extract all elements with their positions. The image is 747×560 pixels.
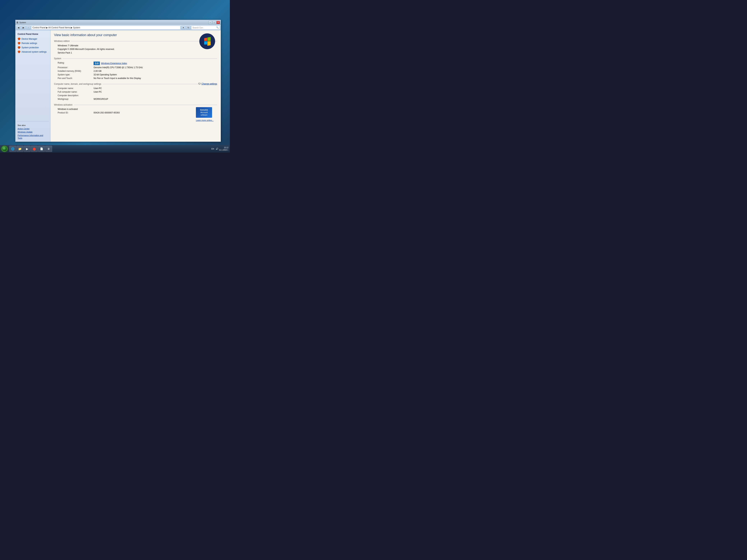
- maximize-button[interactable]: □: [212, 21, 216, 24]
- system-divider: [63, 58, 217, 59]
- system-info: Rating: 3.0 Windows Experience Index Pro…: [54, 61, 217, 80]
- system-type-row: System type: 32-bit Operating System: [58, 73, 217, 76]
- tray-clock: 15:12 11.1.2022 г.: [219, 146, 228, 151]
- sidebar-label-system-protection: System protection: [22, 46, 39, 49]
- rating-badge: 3.0 Windows Experience Index: [94, 61, 127, 65]
- refresh-button[interactable]: ↻: [186, 26, 190, 30]
- chrome-icon: ⬤: [33, 147, 36, 151]
- system-type-label: System type:: [58, 73, 94, 76]
- section-header-edition: Windows edition: [54, 40, 217, 42]
- processor-value: Genuine Intel(R) CPU T2080 @ 1.73GHz 1.7…: [94, 66, 143, 69]
- section-header-system: System: [54, 57, 217, 60]
- media-icon: ▶: [26, 147, 28, 151]
- sidebar-label-advanced-settings: Advanced system settings: [22, 51, 47, 53]
- titlebar-buttons: ─ □ ✕: [208, 21, 220, 24]
- computer-name-section: Computer name, domain, and workgroup set…: [54, 83, 217, 100]
- product-id-label: Product ID:: [58, 111, 94, 114]
- pen-row: Pen and Touch: No Pen or Touch Input is …: [58, 77, 217, 80]
- performance-link-text: Performance Information and Tools: [18, 134, 43, 139]
- section-header-activation: Windows activation: [54, 104, 217, 106]
- activation-info: Windows is activated Product ID: 00426-2…: [54, 108, 217, 114]
- taskbar-app2-button[interactable]: 🖥: [45, 146, 52, 152]
- ram-label: Installed memory (RAM):: [58, 70, 94, 72]
- address-path[interactable]: Control Panel ▶ All Control Panel Items …: [31, 26, 180, 30]
- search-placeholder: Search Con :: [192, 27, 204, 29]
- description-row: Computer description:: [58, 94, 217, 97]
- product-id-value: 00426-292-0000007-85393: [94, 111, 120, 114]
- addressbar: ◀ ▶ ↑ Control Panel ▶ All Control Panel …: [16, 25, 221, 30]
- genuine-line2: Microsoft: [198, 111, 210, 114]
- system-section: System Rating: 3.0 Windows Experience In…: [54, 57, 217, 80]
- sidebar-item-device-manager[interactable]: Device Manager: [16, 37, 50, 41]
- learn-more-container: Learn more online...: [196, 118, 213, 122]
- dropdown-button[interactable]: ▾: [181, 26, 185, 30]
- sidebar-item-remote-settings[interactable]: Remote settings: [16, 41, 50, 46]
- forward-button[interactable]: ▶: [21, 26, 26, 30]
- genuine-line1: Genuine: [198, 109, 210, 111]
- ram-value: 2,00 GB: [94, 70, 101, 72]
- change-settings-link[interactable]: Change settings: [202, 83, 217, 85]
- up-button[interactable]: ↑: [26, 26, 30, 30]
- clock-time: 15:12: [219, 146, 228, 149]
- computername-info: Computer name: User-PC Full computer nam…: [54, 87, 217, 100]
- taskbar: 🌐 📁 ▶ ⬤ 📄 🖥 EN 🔊 15:12 11.1.2022 г.: [0, 145, 230, 153]
- shield-icon-advanced: [18, 50, 21, 53]
- back-button[interactable]: ◀: [16, 26, 21, 30]
- service-pack-text: Service Pack 1: [58, 52, 72, 54]
- window-icon: 🖥: [16, 21, 19, 24]
- taskbar-chrome-button[interactable]: ⬤: [31, 146, 38, 152]
- window-title: System: [19, 21, 26, 24]
- learn-more-link[interactable]: Learn more online...: [196, 119, 213, 121]
- titlebar-left: 🖥 System: [16, 21, 26, 24]
- change-settings-container: 🛡 Change settings: [198, 82, 217, 85]
- system-type-value: 32-bit Operating System: [94, 73, 117, 76]
- activation-section-label: Windows activation: [54, 104, 73, 106]
- full-name-row: Full computer name: User-PC: [58, 91, 217, 93]
- rating-row: Rating: 3.0 Windows Experience Index: [58, 61, 217, 65]
- taskbar-ie-button[interactable]: 🌐: [9, 146, 16, 152]
- tray-lang: EN: [211, 148, 215, 150]
- app1-icon: 📄: [40, 148, 43, 150]
- workgroup-value: WORKGROUP: [94, 98, 108, 100]
- full-name-label: Full computer name:: [58, 91, 94, 93]
- rating-number: 3.0: [94, 61, 100, 65]
- shield-icon-remote: [18, 42, 21, 45]
- computer-name-row: Computer name: User-PC: [58, 87, 217, 89]
- windows-logo: [199, 33, 215, 49]
- close-button[interactable]: ✕: [216, 21, 220, 24]
- path-text: Control Panel ▶ All Control Panel Items …: [32, 26, 80, 29]
- sidebar-item-advanced-settings[interactable]: Advanced system settings: [16, 50, 50, 54]
- taskbar-media-button[interactable]: ▶: [24, 146, 30, 152]
- ram-row: Installed memory (RAM): 2,00 GB: [58, 70, 217, 72]
- svg-point-0: [199, 33, 215, 49]
- genuine-badge: Genuine Microsoft software: [196, 107, 212, 118]
- desktop: 🖥 System ─ □ ✕ ◀ ▶ ↑ Control Panel ▶ All…: [0, 0, 230, 153]
- taskbar-explorer-button[interactable]: 📁: [17, 146, 23, 152]
- action-center-link[interactable]: Action Center: [16, 127, 50, 130]
- rating-link[interactable]: Windows Experience Index: [101, 62, 127, 64]
- windows-update-link[interactable]: Windows Update: [16, 130, 50, 134]
- system-tray: EN 🔊 15:12 11.1.2022 г.: [210, 146, 229, 151]
- sidebar-item-system-protection[interactable]: System protection: [16, 46, 50, 50]
- genuine-badge-container: Genuine Microsoft software Learn more on…: [196, 107, 213, 122]
- copyright-row: Copyright © 2009 Microsoft Corporation. …: [58, 48, 217, 50]
- edition-name: Windows 7 Ultimate: [58, 44, 78, 47]
- search-icon: 🔍: [216, 26, 219, 29]
- taskbar-app1-button[interactable]: 📄: [38, 146, 45, 152]
- edition-section-label: Windows edition: [54, 40, 70, 42]
- sidebar-title: Control Panel Home: [16, 32, 50, 37]
- main-panel: View basic information about your comput…: [50, 30, 221, 142]
- computer-name-label: Computer name:: [58, 87, 94, 89]
- minimize-button[interactable]: ─: [208, 21, 212, 24]
- search-box[interactable]: Search Con : 🔍: [191, 26, 220, 30]
- full-name-value: User-PC: [94, 91, 102, 93]
- shield-icon-protection: [18, 46, 21, 49]
- start-button[interactable]: [1, 145, 8, 152]
- system-section-label: System: [54, 57, 61, 60]
- edition-name-row: Windows 7 Ultimate: [58, 44, 217, 47]
- workgroup-label: Workgroup:: [58, 98, 94, 100]
- content-area: Control Panel Home Device Manager Remote…: [16, 30, 221, 142]
- performance-link[interactable]: Performance Information and Tools: [16, 134, 50, 140]
- workgroup-row: Workgroup: WORKGROUP: [58, 98, 217, 100]
- product-id-row: Product ID: 00426-292-0000007-85393: [58, 111, 217, 114]
